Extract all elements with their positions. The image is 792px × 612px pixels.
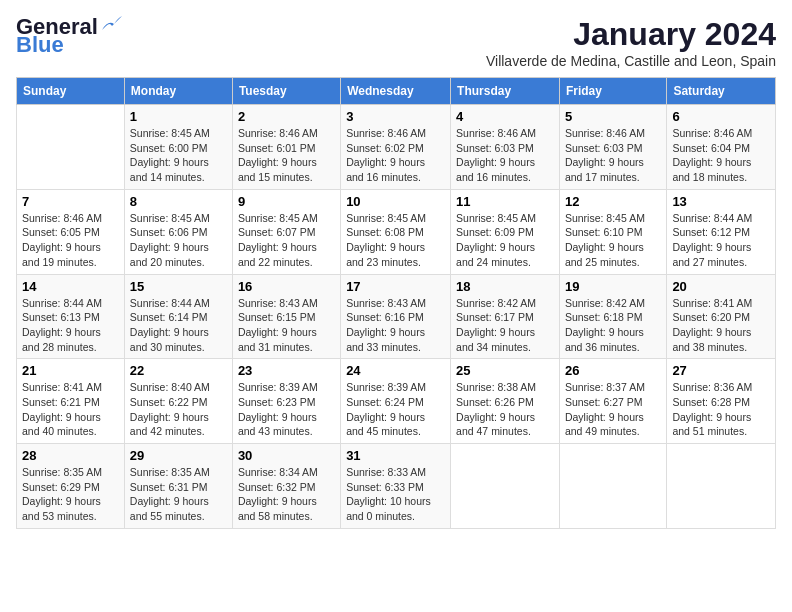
header-tuesday: Tuesday (232, 78, 340, 105)
calendar-table: SundayMondayTuesdayWednesdayThursdayFrid… (16, 77, 776, 529)
calendar-week-row: 14Sunrise: 8:44 AM Sunset: 6:13 PM Dayli… (17, 274, 776, 359)
calendar-cell: 25Sunrise: 8:38 AM Sunset: 6:26 PM Dayli… (451, 359, 560, 444)
day-info: Sunrise: 8:45 AM Sunset: 6:06 PM Dayligh… (130, 211, 227, 270)
day-info: Sunrise: 8:44 AM Sunset: 6:13 PM Dayligh… (22, 296, 119, 355)
day-info: Sunrise: 8:45 AM Sunset: 6:10 PM Dayligh… (565, 211, 661, 270)
calendar-cell: 15Sunrise: 8:44 AM Sunset: 6:14 PM Dayli… (124, 274, 232, 359)
day-number: 17 (346, 279, 445, 294)
calendar-cell: 14Sunrise: 8:44 AM Sunset: 6:13 PM Dayli… (17, 274, 125, 359)
day-number: 8 (130, 194, 227, 209)
day-number: 7 (22, 194, 119, 209)
location-subtitle: Villaverde de Medina, Castille and Leon,… (486, 53, 776, 69)
calendar-cell: 18Sunrise: 8:42 AM Sunset: 6:17 PM Dayli… (451, 274, 560, 359)
day-info: Sunrise: 8:42 AM Sunset: 6:17 PM Dayligh… (456, 296, 554, 355)
calendar-cell: 28Sunrise: 8:35 AM Sunset: 6:29 PM Dayli… (17, 444, 125, 529)
calendar-cell (667, 444, 776, 529)
calendar-cell: 5Sunrise: 8:46 AM Sunset: 6:03 PM Daylig… (559, 105, 666, 190)
day-info: Sunrise: 8:44 AM Sunset: 6:14 PM Dayligh… (130, 296, 227, 355)
day-number: 31 (346, 448, 445, 463)
logo: General Blue (16, 16, 122, 56)
day-info: Sunrise: 8:46 AM Sunset: 6:01 PM Dayligh… (238, 126, 335, 185)
day-number: 20 (672, 279, 770, 294)
day-info: Sunrise: 8:39 AM Sunset: 6:23 PM Dayligh… (238, 380, 335, 439)
day-number: 30 (238, 448, 335, 463)
calendar-cell: 26Sunrise: 8:37 AM Sunset: 6:27 PM Dayli… (559, 359, 666, 444)
calendar-cell: 21Sunrise: 8:41 AM Sunset: 6:21 PM Dayli… (17, 359, 125, 444)
day-number: 21 (22, 363, 119, 378)
logo-bird-icon (100, 16, 122, 34)
header-sunday: Sunday (17, 78, 125, 105)
day-number: 22 (130, 363, 227, 378)
day-number: 23 (238, 363, 335, 378)
day-info: Sunrise: 8:41 AM Sunset: 6:21 PM Dayligh… (22, 380, 119, 439)
calendar-cell: 27Sunrise: 8:36 AM Sunset: 6:28 PM Dayli… (667, 359, 776, 444)
day-number: 14 (22, 279, 119, 294)
day-info: Sunrise: 8:45 AM Sunset: 6:00 PM Dayligh… (130, 126, 227, 185)
calendar-cell: 17Sunrise: 8:43 AM Sunset: 6:16 PM Dayli… (341, 274, 451, 359)
day-info: Sunrise: 8:43 AM Sunset: 6:16 PM Dayligh… (346, 296, 445, 355)
calendar-cell: 22Sunrise: 8:40 AM Sunset: 6:22 PM Dayli… (124, 359, 232, 444)
calendar-cell (17, 105, 125, 190)
day-number: 13 (672, 194, 770, 209)
day-number: 16 (238, 279, 335, 294)
day-number: 15 (130, 279, 227, 294)
calendar-cell: 1Sunrise: 8:45 AM Sunset: 6:00 PM Daylig… (124, 105, 232, 190)
calendar-cell: 16Sunrise: 8:43 AM Sunset: 6:15 PM Dayli… (232, 274, 340, 359)
day-info: Sunrise: 8:38 AM Sunset: 6:26 PM Dayligh… (456, 380, 554, 439)
calendar-cell: 29Sunrise: 8:35 AM Sunset: 6:31 PM Dayli… (124, 444, 232, 529)
calendar-header-row: SundayMondayTuesdayWednesdayThursdayFrid… (17, 78, 776, 105)
day-info: Sunrise: 8:45 AM Sunset: 6:09 PM Dayligh… (456, 211, 554, 270)
day-number: 27 (672, 363, 770, 378)
day-info: Sunrise: 8:40 AM Sunset: 6:22 PM Dayligh… (130, 380, 227, 439)
calendar-cell: 4Sunrise: 8:46 AM Sunset: 6:03 PM Daylig… (451, 105, 560, 190)
calendar-week-row: 7Sunrise: 8:46 AM Sunset: 6:05 PM Daylig… (17, 189, 776, 274)
header-wednesday: Wednesday (341, 78, 451, 105)
header-saturday: Saturday (667, 78, 776, 105)
day-number: 4 (456, 109, 554, 124)
calendar-week-row: 21Sunrise: 8:41 AM Sunset: 6:21 PM Dayli… (17, 359, 776, 444)
calendar-cell (451, 444, 560, 529)
day-info: Sunrise: 8:42 AM Sunset: 6:18 PM Dayligh… (565, 296, 661, 355)
day-number: 2 (238, 109, 335, 124)
day-info: Sunrise: 8:34 AM Sunset: 6:32 PM Dayligh… (238, 465, 335, 524)
day-number: 26 (565, 363, 661, 378)
day-info: Sunrise: 8:46 AM Sunset: 6:03 PM Dayligh… (565, 126, 661, 185)
day-number: 9 (238, 194, 335, 209)
day-number: 1 (130, 109, 227, 124)
header-monday: Monday (124, 78, 232, 105)
day-info: Sunrise: 8:46 AM Sunset: 6:02 PM Dayligh… (346, 126, 445, 185)
calendar-cell: 6Sunrise: 8:46 AM Sunset: 6:04 PM Daylig… (667, 105, 776, 190)
day-number: 18 (456, 279, 554, 294)
day-number: 10 (346, 194, 445, 209)
calendar-cell: 31Sunrise: 8:33 AM Sunset: 6:33 PM Dayli… (341, 444, 451, 529)
day-info: Sunrise: 8:33 AM Sunset: 6:33 PM Dayligh… (346, 465, 445, 524)
calendar-cell (559, 444, 666, 529)
calendar-cell: 20Sunrise: 8:41 AM Sunset: 6:20 PM Dayli… (667, 274, 776, 359)
day-number: 12 (565, 194, 661, 209)
calendar-cell: 3Sunrise: 8:46 AM Sunset: 6:02 PM Daylig… (341, 105, 451, 190)
calendar-week-row: 1Sunrise: 8:45 AM Sunset: 6:00 PM Daylig… (17, 105, 776, 190)
day-info: Sunrise: 8:46 AM Sunset: 6:03 PM Dayligh… (456, 126, 554, 185)
day-info: Sunrise: 8:43 AM Sunset: 6:15 PM Dayligh… (238, 296, 335, 355)
day-info: Sunrise: 8:36 AM Sunset: 6:28 PM Dayligh… (672, 380, 770, 439)
day-info: Sunrise: 8:41 AM Sunset: 6:20 PM Dayligh… (672, 296, 770, 355)
day-number: 29 (130, 448, 227, 463)
calendar-cell: 13Sunrise: 8:44 AM Sunset: 6:12 PM Dayli… (667, 189, 776, 274)
day-info: Sunrise: 8:37 AM Sunset: 6:27 PM Dayligh… (565, 380, 661, 439)
day-number: 3 (346, 109, 445, 124)
day-info: Sunrise: 8:35 AM Sunset: 6:29 PM Dayligh… (22, 465, 119, 524)
day-info: Sunrise: 8:46 AM Sunset: 6:04 PM Dayligh… (672, 126, 770, 185)
day-info: Sunrise: 8:44 AM Sunset: 6:12 PM Dayligh… (672, 211, 770, 270)
calendar-cell: 11Sunrise: 8:45 AM Sunset: 6:09 PM Dayli… (451, 189, 560, 274)
month-title: January 2024 (486, 16, 776, 53)
day-info: Sunrise: 8:46 AM Sunset: 6:05 PM Dayligh… (22, 211, 119, 270)
day-info: Sunrise: 8:45 AM Sunset: 6:08 PM Dayligh… (346, 211, 445, 270)
calendar-cell: 30Sunrise: 8:34 AM Sunset: 6:32 PM Dayli… (232, 444, 340, 529)
day-number: 28 (22, 448, 119, 463)
calendar-cell: 2Sunrise: 8:46 AM Sunset: 6:01 PM Daylig… (232, 105, 340, 190)
day-number: 25 (456, 363, 554, 378)
day-number: 24 (346, 363, 445, 378)
day-number: 5 (565, 109, 661, 124)
title-block: January 2024 Villaverde de Medina, Casti… (486, 16, 776, 69)
calendar-cell: 23Sunrise: 8:39 AM Sunset: 6:23 PM Dayli… (232, 359, 340, 444)
